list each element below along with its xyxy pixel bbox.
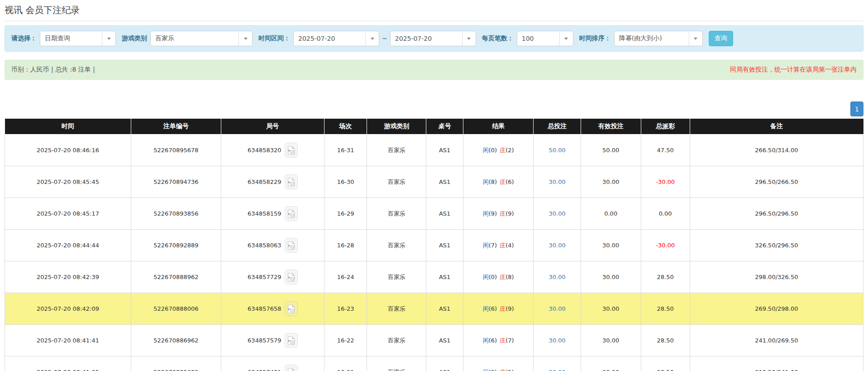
table-body: 2025-07-20 08:46:16 522670895678 6348583… xyxy=(5,135,863,371)
table-number: AS1 xyxy=(426,261,463,293)
banker-score: (9) xyxy=(506,210,514,217)
banker-result-label: 庄 xyxy=(500,369,506,371)
valid-bet: 30.00 xyxy=(581,230,641,261)
round-cell: 634857491 xyxy=(221,357,324,371)
total-bet-link[interactable]: 30.00 xyxy=(549,305,566,312)
table-row: 2025-07-20 08:45:17 522670893856 6348581… xyxy=(5,198,863,230)
total-bet-link[interactable]: 30.00 xyxy=(549,178,566,185)
result-cell: 闲(2)庄(5) xyxy=(463,357,534,371)
table-number: AS1 xyxy=(426,198,463,230)
time-range-group: 时间区间： 2025-07-20 ~ 2025-07-20 xyxy=(258,31,476,46)
total-bet-link[interactable]: 50.00 xyxy=(549,147,566,154)
banker-score: (9) xyxy=(506,305,514,312)
video-replay-button[interactable] xyxy=(285,206,298,221)
game-category-value: 百家乐 xyxy=(151,34,238,43)
banker-result-label: 庄 xyxy=(500,147,506,154)
table-row: 2025-07-20 08:41:41 522670886962 6348575… xyxy=(5,325,863,357)
page-size-label: 每页笔数： xyxy=(482,34,514,43)
table-row: 2025-07-20 08:41:05 522670885682 6348574… xyxy=(5,357,863,371)
valid-bet: 50.00 xyxy=(581,135,641,166)
sort-value: 降幂(由大到小) xyxy=(615,34,689,43)
sort-select[interactable]: 降幂(由大到小) xyxy=(614,31,703,46)
search-button[interactable]: 查询 xyxy=(709,31,733,46)
video-replay-icon xyxy=(287,146,295,155)
bet-time: 2025-07-20 08:45:45 xyxy=(5,166,131,198)
game-category: 百家乐 xyxy=(367,325,426,357)
table-number: AS1 xyxy=(426,325,463,357)
round-id: 634857579 xyxy=(248,337,281,344)
game-category: 百家乐 xyxy=(367,135,426,166)
session: 16-29 xyxy=(324,198,367,230)
total-bet-cell: 50.00 xyxy=(534,135,581,166)
video-replay-icon xyxy=(287,368,295,371)
date-to-value: 2025-07-20 xyxy=(391,35,462,42)
game-category: 百家乐 xyxy=(367,357,426,371)
session: 16-23 xyxy=(324,293,367,325)
valid-bet: 30.00 xyxy=(581,293,641,325)
player-score: (6) xyxy=(489,337,497,344)
round-id: 634858063 xyxy=(248,242,281,249)
bet-time: 2025-07-20 08:44:44 xyxy=(5,230,131,261)
table-row: 2025-07-20 08:44:44 522670892889 6348580… xyxy=(5,230,863,261)
video-replay-button[interactable] xyxy=(285,333,298,348)
bet-id: 522670894736 xyxy=(131,166,221,198)
video-replay-button[interactable] xyxy=(285,301,298,316)
pagination-top: 1 xyxy=(5,101,863,116)
result-cell: 闲(6)庄(9) xyxy=(463,293,534,325)
bet-time: 2025-07-20 08:42:39 xyxy=(5,261,131,293)
bet-time: 2025-07-20 08:45:17 xyxy=(5,198,131,230)
chevron-down-icon xyxy=(238,31,252,46)
query-type-select[interactable]: 日期查询 xyxy=(40,31,116,46)
video-replay-button[interactable] xyxy=(285,174,298,189)
video-replay-button[interactable] xyxy=(285,238,298,253)
bet-records-table: 时间 注单编号 局号 场次 游戏类别 桌号 结果 总投注 有效投注 总派彩 备注… xyxy=(5,119,863,371)
player-score: (0) xyxy=(489,274,497,280)
bet-time: 2025-07-20 08:41:05 xyxy=(5,357,131,371)
banker-result-label: 庄 xyxy=(500,305,506,312)
chevron-down-icon xyxy=(462,31,476,46)
game-category: 百家乐 xyxy=(367,261,426,293)
banker-score: (2) xyxy=(506,147,514,154)
session: 16-31 xyxy=(324,135,367,166)
chevron-down-icon xyxy=(689,31,702,46)
player-score: (8) xyxy=(489,178,497,185)
video-replay-icon xyxy=(287,241,295,250)
date-from-select[interactable]: 2025-07-20 xyxy=(293,31,379,46)
bet-id: 522670888006 xyxy=(131,293,221,325)
bet-time: 2025-07-20 08:46:16 xyxy=(5,135,131,166)
total-bet-cell: 30.00 xyxy=(534,230,581,261)
remark: 269.50/298.00 xyxy=(690,293,863,325)
video-replay-button[interactable] xyxy=(285,365,298,371)
total-bet-link[interactable]: 30.00 xyxy=(549,210,566,217)
valid-bet: 30.00 xyxy=(581,166,641,198)
chevron-down-icon xyxy=(559,31,573,46)
date-to-select[interactable]: 2025-07-20 xyxy=(390,31,476,46)
payout: 28.50 xyxy=(641,293,690,325)
game-category: 百家乐 xyxy=(367,166,426,198)
date-from-value: 2025-07-20 xyxy=(294,35,365,42)
total-bet-cell: 30.00 xyxy=(534,325,581,357)
player-score: (7) xyxy=(489,242,497,249)
total-bet-cell: 30.00 xyxy=(534,357,581,371)
player-result-label: 闲 xyxy=(483,147,489,154)
player-result-label: 闲 xyxy=(483,337,489,344)
round-id: 634857491 xyxy=(248,369,281,371)
video-replay-button[interactable] xyxy=(285,143,298,158)
total-bet-link[interactable]: 30.00 xyxy=(549,369,566,371)
page-size-select[interactable]: 100 xyxy=(517,31,573,46)
game-category-select[interactable]: 百家乐 xyxy=(150,31,253,46)
video-replay-button[interactable] xyxy=(285,270,298,284)
col-header-session: 场次 xyxy=(324,119,367,135)
valid-bet: 0.00 xyxy=(581,198,641,230)
total-bet-link[interactable]: 30.00 xyxy=(549,274,566,280)
round-cell: 634857729 xyxy=(221,261,324,293)
total-bet-link[interactable]: 30.00 xyxy=(549,337,566,344)
page-1-button[interactable]: 1 xyxy=(850,101,863,116)
col-header-round-id: 局号 xyxy=(221,119,324,135)
bet-id: 522670893856 xyxy=(131,198,221,230)
player-result-label: 闲 xyxy=(483,369,489,371)
total-bet-link[interactable]: 30.00 xyxy=(549,242,566,249)
video-replay-icon xyxy=(287,304,295,313)
sort-group: 时间排序： 降幂(由大到小) xyxy=(579,31,703,46)
remark: 241.00/269.50 xyxy=(690,325,863,357)
